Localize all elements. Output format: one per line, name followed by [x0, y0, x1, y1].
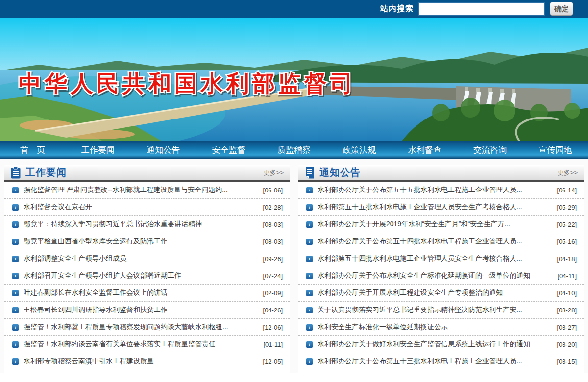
notices-more-link[interactable]: 更多>> — [558, 168, 578, 177]
arrow-bullet-icon: › — [12, 239, 19, 245]
arrow-bullet-icon: › — [12, 187, 19, 193]
work-news-more-link[interactable]: 更多>> — [264, 168, 284, 177]
news-link[interactable]: 鄂竟平：持续深入学习贯彻习近平总书记治水重要讲话精神 — [24, 220, 259, 229]
arrow-bullet-icon: › — [306, 239, 313, 245]
news-link[interactable]: 水利部办公厅关于做好水利安全生产监管信息系统上线运行工作的通知 — [318, 340, 553, 349]
nav-item-water-inspection[interactable]: 水利督查 — [392, 144, 457, 156]
news-date: [06-06] — [263, 187, 283, 194]
news-link[interactable]: 强监管！水利部就工程质量专项稽察发现问题约谈大藤峡水利枢纽... — [24, 323, 259, 332]
arrow-bullet-icon: › — [306, 341, 313, 348]
notices-panel: 通知公告 更多>> ›水利部办公厅关于公布第五十五批水利水电工程施工企业管理人员… — [298, 165, 584, 373]
nav-item-exchange-consult[interactable]: 交流咨询 — [457, 144, 522, 156]
notices-title: 通知公告 — [319, 166, 361, 179]
arrow-bullet-icon: › — [306, 204, 313, 211]
news-row: ›强监管！水利部就工程质量专项稽察发现问题约谈大藤峡水利枢纽...[12-06] — [4, 319, 290, 336]
nav-item-work-news[interactable]: 工作要闻 — [65, 144, 130, 156]
arrow-bullet-icon: › — [12, 307, 19, 313]
news-link[interactable]: 强化监督管理 严肃问责整改--水利部就工程建设质量与安全问题约... — [24, 186, 259, 194]
news-link[interactable]: 水利部专项稽察云南滇中引水工程建设质量 — [24, 357, 259, 366]
news-row: ›强监管！水利部约谈云南省有关单位要求落实工程质量监管责任[01-11] — [4, 336, 290, 353]
arrow-bullet-icon: › — [306, 273, 313, 279]
news-link[interactable]: 叶建春副部长在水利安全监督工作会议上的讲话 — [24, 288, 259, 297]
news-date: [03-28] — [557, 307, 577, 314]
news-row: ›鄂竟平：持续深入学习贯彻习近平总书记治水重要讲话精神[08-03] — [4, 216, 290, 233]
news-row: ›水利部办公厅关于公布第五十三批水利水电工程施工企业管理人员...[03-15] — [298, 353, 584, 370]
main-content: 工作要闻 更多>> ›强化监督管理 严肃问责整改--水利部就工程建设质量与安全问… — [0, 159, 588, 373]
arrow-bullet-icon: › — [12, 358, 19, 365]
news-date: [05-16] — [557, 238, 577, 245]
arrow-bullet-icon: › — [12, 221, 19, 228]
news-date: [05-22] — [557, 221, 577, 228]
nav-item-quality-inspection[interactable]: 质监稽察 — [261, 144, 326, 156]
news-date: [12-06] — [263, 324, 283, 331]
news-link[interactable]: 水利部第五十五批水利水电施工企业管理人员安全生产考核合格人... — [318, 203, 553, 212]
news-row: ›水利监督会议在京召开[02-28] — [4, 199, 290, 216]
search-confirm-button[interactable]: 确定 — [550, 2, 573, 16]
news-row: ›王松春司长到四川调研指导水利监督和扶贫工作[04-26] — [4, 302, 290, 319]
news-link[interactable]: 水利部办公厅关于开展水利工程建设安全生产专项整治的通知 — [318, 288, 553, 297]
news-link[interactable]: 水利部办公厅关于公布第五十五批水利水电工程施工企业管理人员... — [318, 186, 553, 194]
news-date: [01-11] — [263, 341, 283, 348]
news-date: [08-03] — [263, 221, 283, 228]
news-row: ›强化监督管理 严肃问责整改--水利部就工程建设质量与安全问题约...[06-0… — [4, 182, 290, 199]
news-row: ›水利部办公厅关于开展水利工程建设安全生产专项整治的通知[04-10] — [298, 285, 584, 302]
news-date: [04-26] — [263, 307, 283, 314]
news-date: [02-09] — [263, 289, 283, 297]
news-row: ›水利部办公厅关于公布第五十四批水利水电工程施工企业管理人员...[05-16] — [298, 233, 584, 250]
news-link[interactable]: 水利监督会议在京召开 — [24, 203, 259, 212]
work-news-panel: 工作要闻 更多>> ›强化监督管理 严肃问责整改--水利部就工程建设质量与安全问… — [4, 165, 290, 373]
notices-list: ›水利部办公厅关于公布第五十五批水利水电工程施工企业管理人员...[06-14]… — [298, 182, 584, 370]
site-search-label: 站内搜索 — [380, 4, 414, 14]
news-date: [03-15] — [557, 358, 577, 365]
arrow-bullet-icon: › — [306, 358, 313, 365]
news-date: [03-20] — [557, 341, 577, 348]
arrow-bullet-icon: › — [306, 324, 313, 331]
news-link[interactable]: 鄂竟平检查山西省小型水库安全运行及防汛工作 — [24, 237, 259, 246]
work-news-list: ›强化监督管理 严肃问责整改--水利部就工程建设质量与安全问题约...[06-0… — [4, 182, 290, 370]
news-link[interactable]: 水利部办公厅关于公布第五十三批水利水电工程施工企业管理人员... — [318, 357, 553, 366]
news-row: ›关于认真贯彻落实习近平总书记重要指示精神坚决防范水利生产安...[03-28] — [298, 302, 584, 319]
news-date: [07-24] — [263, 272, 283, 280]
notices-header: 通知公告 更多>> — [298, 165, 584, 182]
news-row: ›鄂竟平检查山西省小型水库安全运行及防汛工作[08-03] — [4, 233, 290, 250]
banner-title: 中华人民共和国水利部监督司 — [19, 71, 356, 96]
news-row: ›水利部专项稽察云南滇中引水工程建设质量[12-05] — [4, 353, 290, 370]
nav-item-home[interactable]: 首 页 — [0, 144, 65, 156]
news-row: ›水利部召开安全生产领导小组扩大会议部署近期工作[07-24] — [4, 267, 290, 285]
nav-item-policy-regulations[interactable]: 政策法规 — [327, 144, 392, 156]
news-row: ›水利部办公厅关于公布第五十五批水利水电工程施工企业管理人员...[06-14] — [298, 182, 584, 199]
nav-item-publicity[interactable]: 宣传园地 — [523, 144, 588, 156]
banner-image: 中华人民共和国水利部监督司 — [0, 18, 588, 141]
news-row: ›水利部第五十四批水利水电施工企业管理人员安全生产考核合格人...[04-18] — [298, 250, 584, 267]
news-row: ›水利安全生产标准化一级单位延期换证公示[03-27] — [298, 319, 584, 336]
news-link[interactable]: 水利部调整安全生产领导小组成员 — [24, 254, 259, 263]
arrow-bullet-icon: › — [306, 256, 313, 262]
news-link[interactable]: 关于认真贯彻落实习近平总书记重要指示精神坚决防范水利生产安... — [318, 306, 553, 314]
news-link[interactable]: 王松春司长到四川调研指导水利监督和扶贫工作 — [24, 306, 259, 314]
news-link[interactable]: 水利部召开安全生产领导小组扩大会议部署近期工作 — [24, 271, 259, 280]
news-link[interactable]: 水利安全生产标准化一级单位延期换证公示 — [318, 323, 553, 332]
news-date: [04-10] — [557, 289, 577, 297]
news-link[interactable]: 水利部办公厅关于公布水利安全生产标准化延期换证的一级单位的通知 — [318, 271, 553, 280]
arrow-bullet-icon: › — [12, 341, 19, 348]
news-row: ›水利部调整安全生产领导小组成员[09-26] — [4, 250, 290, 267]
arrow-bullet-icon: › — [12, 290, 19, 296]
nav-item-safety-supervision[interactable]: 安全监督 — [196, 144, 261, 156]
arrow-bullet-icon: › — [12, 273, 19, 279]
news-row: ›水利部办公厅关于公布水利安全生产标准化延期换证的一级单位的通知[04-11] — [298, 267, 584, 285]
news-date: [02-28] — [263, 204, 283, 211]
main-nav: 首 页 工作要闻 通知公告 安全监督 质监稽察 政策法规 水利督查 交流咨询 宣… — [0, 141, 588, 159]
news-date: [03-27] — [557, 324, 577, 331]
news-link[interactable]: 水利部办公厅关于开展2019年水利“安全生产月”和“安全生产万... — [318, 220, 553, 229]
news-link[interactable]: 水利部办公厅关于公布第五十四批水利水电工程施工企业管理人员... — [318, 237, 553, 246]
site-search-input[interactable] — [418, 2, 545, 16]
news-link[interactable]: 强监管！水利部约谈云南省有关单位要求落实工程质量监管责任 — [24, 340, 259, 349]
nav-item-notices[interactable]: 通知公告 — [131, 144, 196, 156]
arrow-bullet-icon: › — [12, 324, 19, 331]
topbar: 站内搜索 确定 — [0, 0, 588, 18]
work-news-header: 工作要闻 更多>> — [4, 165, 290, 182]
document-icon — [304, 167, 315, 179]
news-date: [09-26] — [263, 255, 283, 263]
news-date: [05-29] — [557, 204, 577, 211]
news-link[interactable]: 水利部第五十四批水利水电施工企业管理人员安全生产考核合格人... — [318, 254, 553, 263]
